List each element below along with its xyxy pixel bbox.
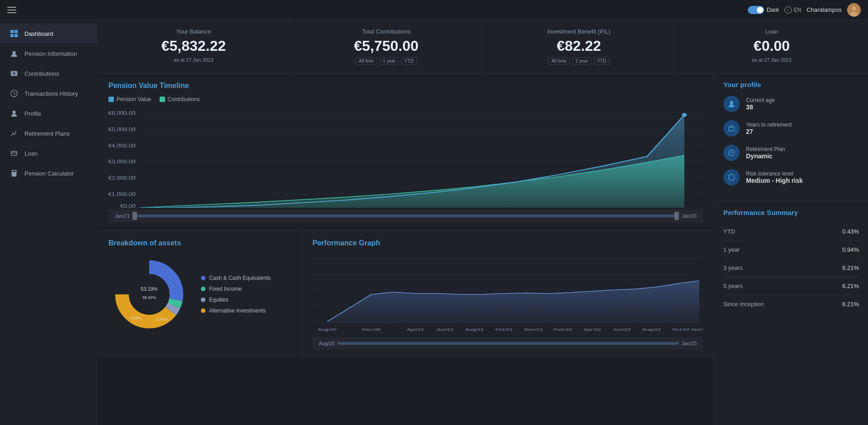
5years-value: 6.21%	[842, 283, 859, 289]
username-label: Charalampos	[807, 6, 842, 13]
profile-item-risk: Risk tolerance level Medium - High risk	[723, 169, 859, 186]
risk-label: Risk tolerance level	[746, 171, 803, 177]
sidebar-item-label: Profile	[24, 110, 41, 117]
timeline-legend: Pension Value Contributions	[108, 96, 703, 103]
filter-all-time[interactable]: All time	[356, 57, 377, 65]
main-layout: Dashboard Pension Information Contributi…	[0, 20, 868, 425]
contributions-icon	[9, 68, 19, 78]
perf-range-start: Aug/20	[316, 341, 337, 346]
retirement-years-value: 27	[746, 128, 792, 135]
svg-text:Aug/20: Aug/20	[318, 327, 336, 332]
svg-point-35	[682, 113, 687, 117]
svg-text:€3,000.00: €3,000.00	[108, 159, 136, 164]
perf-graph-area: 115.00 110.00 105.00 100.00 95.00	[312, 254, 703, 335]
svg-text:Jun/22: Jun/22	[613, 327, 631, 332]
svg-text:53.19%: 53.19%	[141, 286, 158, 292]
legend-cash: Cash & Cash Equivalents	[201, 275, 271, 281]
svg-text:Aug/22: Aug/22	[642, 327, 661, 332]
sidebar-item-label: Transactions History	[24, 90, 78, 97]
perf-range-end: Jan/23	[679, 341, 699, 346]
toggle-switch[interactable]	[748, 6, 764, 14]
contributions-dot	[160, 97, 165, 102]
perf-row-inception: Since Inception 6.21%	[723, 295, 859, 313]
sidebar-item-pension-calculator[interactable]: Pension Calculator	[0, 163, 98, 183]
svg-text:€5,000.00: €5,000.00	[108, 127, 136, 132]
svg-point-82	[730, 101, 733, 104]
perf-range-track[interactable]	[337, 342, 679, 345]
contributions-label: Total Contributions	[301, 28, 472, 35]
contributions-value: €5,750.00	[301, 38, 472, 54]
svg-text:Dec/20: Dec/20	[362, 327, 380, 332]
sidebar-item-dashboard[interactable]: Dashboard	[0, 24, 98, 44]
1year-label: 1 year	[723, 246, 740, 253]
avatar[interactable]	[847, 3, 861, 17]
language-button[interactable]: ○ EN	[785, 6, 801, 14]
retirement-years-icon-bg	[723, 120, 740, 137]
assets-section: Breakdown of assets	[98, 231, 302, 358]
timeline-section: Pension Value Timeline Pension Value Con…	[98, 73, 714, 231]
hamburger-icon[interactable]	[7, 7, 16, 13]
retirement-icon	[9, 128, 19, 138]
main-charts: Pension Value Timeline Pension Value Con…	[98, 73, 714, 425]
filter-ytd[interactable]: YTD	[401, 57, 417, 65]
balance-value: €5,832.22	[108, 38, 279, 54]
briefcase-icon	[727, 124, 736, 132]
svg-text:3.64%: 3.64%	[130, 316, 141, 320]
performance-title: Performance Graph	[312, 239, 703, 247]
svg-rect-13	[12, 171, 15, 172]
stat-contributions: Total Contributions €5,750.00 All time 1…	[290, 20, 483, 73]
sidebar-item-profile[interactable]: Profile	[0, 103, 98, 123]
inv-filter-1year[interactable]: 1 year	[572, 57, 591, 65]
legend-pension-label: Pension Value	[117, 96, 151, 103]
legend-alternatives: Alternative Investments	[201, 308, 271, 314]
profile-item-retirement-years: Years to retirement 27	[723, 120, 859, 137]
filter-1year[interactable]: 1 year	[380, 57, 399, 65]
sidebar-item-retirement-plans[interactable]: Retirement Plans	[0, 123, 98, 143]
right-panel: Your profile Current age 38	[714, 73, 868, 425]
perf-range[interactable]: Aug/20 Jan/23	[312, 337, 703, 350]
svg-text:€2,000.00: €2,000.00	[108, 176, 136, 181]
range-end-label: Jan/23	[679, 213, 699, 219]
contributions-filters: All time 1 year YTD	[301, 57, 472, 65]
inv-filter-ytd[interactable]: YTD	[594, 57, 610, 65]
risk-value: Medium - High risk	[746, 177, 803, 184]
svg-point-14	[12, 173, 13, 174]
sidebar-item-transactions-history[interactable]: Transactions History	[0, 83, 98, 103]
svg-point-7	[12, 51, 15, 54]
sidebar-item-pension-information[interactable]: Pension Information	[0, 44, 98, 64]
sidebar-item-contributions[interactable]: Contributions	[0, 64, 98, 83]
5years-label: 5 years	[723, 283, 743, 289]
stat-loan: Loan €0.00 as at 27 Jan 2023	[675, 20, 868, 73]
3years-label: 3 years	[723, 264, 743, 271]
legend-pension-value: Pension Value	[108, 96, 151, 103]
dashboard-icon	[9, 29, 19, 39]
svg-text:Oct/22: Oct/22	[672, 327, 689, 332]
perf-range-fill	[337, 342, 679, 345]
svg-text:Apr/21: Apr/21	[407, 327, 424, 332]
dark-mode-toggle[interactable]: Dark	[748, 6, 779, 14]
svg-point-10	[12, 111, 15, 114]
loan-label: Loan	[686, 28, 857, 35]
age-icon-bg	[723, 96, 740, 112]
svg-point-17	[12, 175, 13, 176]
range-handle-left[interactable]	[132, 212, 137, 220]
sidebar-item-loan[interactable]: Loan	[0, 143, 98, 163]
performance-section: Performance Graph 115.00	[302, 231, 714, 358]
loan-icon	[9, 148, 19, 158]
content-area: Your Balance €5,832.22 as at 27 Jan 2023…	[98, 20, 868, 425]
sidebar-item-label: Retirement Plans	[24, 130, 70, 137]
inception-label: Since Inception	[723, 301, 764, 308]
legend-equities: Equities	[201, 297, 271, 303]
perf-row-5years: 5 years 6.21%	[723, 277, 859, 295]
range-handle-right[interactable]	[674, 212, 679, 220]
inv-filter-all-time[interactable]: All time	[548, 57, 570, 65]
alternatives-dot	[201, 308, 205, 313]
timeline-range[interactable]: Jan/21 Jan/23	[108, 210, 703, 222]
range-track[interactable]	[132, 215, 679, 217]
svg-point-19	[15, 175, 16, 176]
sidebar-item-label: Contributions	[24, 70, 59, 77]
sidebar-item-label: Loan	[24, 150, 38, 157]
balance-label: Your Balance	[108, 28, 279, 35]
pension-icon	[9, 49, 19, 59]
svg-marker-68	[327, 281, 699, 324]
